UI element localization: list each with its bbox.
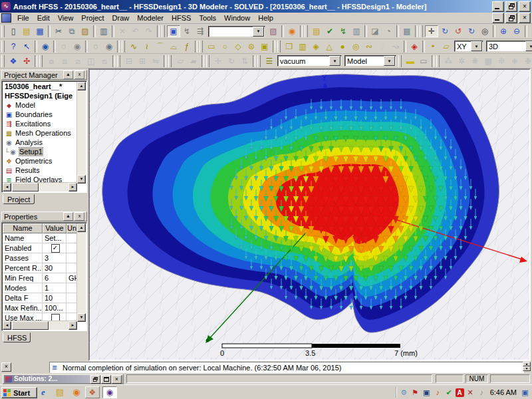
toolbar-grip[interactable] (39, 55, 43, 67)
menu-item-project[interactable]: Project (77, 13, 108, 23)
explorer-icon[interactable]: ▤ (55, 387, 65, 398)
rectangle-icon[interactable]: ▭ (205, 41, 218, 53)
prop-value-0[interactable]: Set... (43, 233, 66, 243)
paste-icon[interactable]: ▨ (78, 25, 92, 37)
solutions-titlebar[interactable]: Solutions: 2... (4, 375, 90, 383)
toolbar-grip[interactable] (436, 55, 440, 67)
view-combo[interactable]: 3D▼ (486, 41, 532, 52)
spline-icon[interactable]: ≀ (140, 41, 154, 53)
zoom-prev-icon[interactable]: ◪ (368, 25, 382, 37)
menu-item-edit[interactable]: Edit (33, 13, 54, 23)
rotate-y-icon[interactable]: ↻ (465, 25, 478, 37)
tree-item-results[interactable]: ▤Results (3, 166, 77, 175)
local-machine-icon[interactable]: ▣ (167, 25, 180, 37)
scroll-down-icon[interactable]: ▼ (77, 313, 86, 322)
grid-setting-icon[interactable]: ❋ (468, 55, 481, 67)
fit-drawing-icon[interactable]: ◔ (382, 25, 395, 37)
toolbar-grip[interactable] (257, 55, 261, 67)
column-header-name[interactable]: Name (3, 223, 43, 233)
scroll-up-icon[interactable]: ▲ (523, 362, 531, 366)
circle-icon[interactable]: ○ (218, 41, 231, 53)
tree-item-mesh-operations[interactable]: ▦Mesh Operations (3, 128, 77, 138)
undo-icon[interactable]: ↶ (129, 25, 142, 37)
prop-value-1[interactable]: ✓ (43, 243, 66, 253)
copy-image-icon[interactable]: ▩ (400, 25, 414, 37)
message-close-icon[interactable]: × (1, 362, 11, 372)
box-icon[interactable]: ❒ (283, 41, 296, 53)
polyhedron-icon[interactable]: ◈ (309, 41, 323, 53)
hide-selection-icon[interactable]: ◌ (57, 41, 70, 53)
menu-item-view[interactable]: View (54, 13, 78, 23)
solutions-restore-icon[interactable] (90, 375, 100, 384)
optimetrics-sweep-icon[interactable]: ◉ (285, 25, 299, 37)
scroll-down-icon[interactable]: ▼ (523, 366, 531, 371)
mirror-icon[interactable]: ⇋ (149, 55, 162, 67)
prop-value-2[interactable]: 3 (43, 253, 66, 263)
unite-icon[interactable]: ⧇ (45, 55, 58, 67)
prop-value-6[interactable]: 10 (43, 293, 66, 303)
tab-project[interactable]: Project (3, 194, 35, 204)
point-icon[interactable]: • (426, 41, 440, 53)
minimize-button[interactable] (492, 1, 504, 12)
sweep-icon[interactable]: ↝ (389, 41, 402, 53)
cut-icon[interactable]: ✂ (52, 25, 65, 37)
properties-header[interactable]: Properties ▲ x (1, 211, 87, 221)
desktop-icon[interactable]: ▣ (520, 388, 530, 397)
dropdown-arrow-icon[interactable]: ▼ (525, 41, 532, 51)
dropdown-arrow-icon[interactable]: ▼ (329, 56, 340, 66)
antivirus-status-icon[interactable]: ✔ (444, 388, 454, 397)
polyline-icon[interactable]: ∿ (127, 41, 140, 53)
update-icon[interactable]: ⚙ (399, 388, 409, 397)
toolbar-grip[interactable] (200, 41, 203, 53)
modeler-viewport[interactable]: 03.57 (mm)Y (88, 68, 531, 361)
props-vscrollbar[interactable]: ▲▼ (76, 223, 86, 322)
equation-curve-icon[interactable]: ƒ (180, 41, 194, 53)
toolbar-grip[interactable] (277, 41, 281, 53)
volume-icon[interactable]: ♪ (433, 388, 443, 397)
start-button[interactable]: Start (1, 387, 37, 398)
panel-collapse-icon[interactable]: ▲ (63, 212, 73, 221)
sweep-vector-icon[interactable]: ▱ (174, 55, 187, 67)
intersect-icon[interactable]: ⧄ (71, 55, 84, 67)
panel-close-icon[interactable]: x (74, 212, 84, 221)
delete-icon[interactable]: ✕ (116, 25, 129, 37)
menu-item-file[interactable]: File (13, 13, 33, 23)
cone-icon[interactable]: △ (323, 41, 336, 53)
utility-icon[interactable]: ❖ (85, 386, 100, 398)
copy-icon[interactable]: ⧉ (65, 25, 78, 37)
rotate-op-icon[interactable]: ↻ (225, 55, 238, 67)
mdi-document-icon[interactable] (1, 13, 11, 23)
arc-3point-icon[interactable]: ⌓ (167, 41, 180, 53)
separate-icon[interactable]: ⧅ (98, 55, 111, 67)
ellipse-icon[interactable]: ⊜ (245, 41, 258, 53)
dropdown-arrow-icon[interactable]: ▼ (471, 41, 482, 51)
menu-item-hfss[interactable]: HFSS (168, 13, 195, 23)
region-icon[interactable]: ▣ (258, 41, 271, 53)
solutions-close-icon[interactable]: × (112, 375, 122, 384)
cs-object-icon[interactable]: ❈ (508, 55, 521, 67)
tree-item-boundaries[interactable]: ▣Boundaries (3, 110, 77, 119)
monitor-job-icon[interactable]: ↯ (180, 25, 194, 37)
boolean-blue-icon[interactable]: ❖ (7, 55, 20, 67)
toolbar-grip[interactable] (1, 25, 5, 37)
helix-icon[interactable]: ∾ (362, 41, 376, 53)
hide-all-icon[interactable]: ◌ (89, 41, 102, 53)
material-combo[interactable]: vacuum▼ (277, 55, 342, 66)
arc-center-icon[interactable]: ⌒ (154, 41, 167, 53)
boolean-red-icon[interactable]: ✣ (20, 55, 33, 67)
toolbar-grip[interactable] (420, 25, 423, 37)
prop-value-4[interactable]: 6 (43, 273, 66, 283)
scroll-up-icon[interactable]: ▲ (77, 223, 86, 232)
panel-collapse-icon[interactable]: ▲ (63, 70, 73, 79)
rotate-x-icon[interactable]: ↺ (452, 25, 465, 37)
column-header-value[interactable]: Value (43, 223, 66, 233)
print-icon[interactable]: ▥ (97, 25, 110, 37)
redo-icon[interactable]: ↷ (142, 25, 156, 37)
menu-item-help[interactable]: Help (254, 13, 277, 23)
plane-icon[interactable]: ▱ (440, 41, 453, 53)
pan-icon[interactable]: ✛ (425, 25, 438, 37)
close-button[interactable]: × (519, 1, 531, 12)
toolbar-grip[interactable] (398, 55, 402, 67)
save-icon[interactable]: ▦ (33, 25, 47, 37)
toolbar-grip[interactable] (162, 25, 165, 37)
